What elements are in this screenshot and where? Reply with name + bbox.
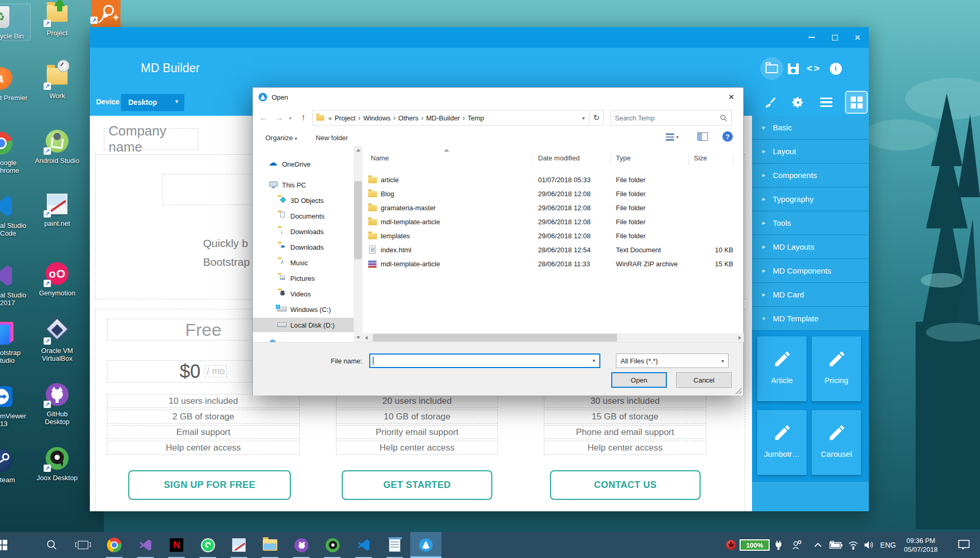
taskbar-joox[interactable] (317, 532, 348, 558)
file-row[interactable]: Blog 29/06/2018 12:08 File folder (363, 187, 738, 201)
column-header-type[interactable]: Type (616, 154, 689, 166)
desktop-icon-work[interactable]: ↗ Work (32, 64, 82, 100)
tray-battery[interactable] (829, 532, 843, 558)
tray-clock[interactable]: 09:36 PM 05/07/2018 (898, 532, 943, 558)
template-card-carousel[interactable]: Carousel (812, 410, 861, 475)
grid-view-button[interactable] (846, 92, 867, 113)
file-row[interactable]: mdl-template-article 29/06/2018 12:08 Fi… (363, 215, 738, 229)
desktop-icon-vs-code[interactable]: al Studio Code (0, 194, 30, 237)
plan-feature-block[interactable]: Email support (107, 425, 300, 439)
code-view-button[interactable]: <> (806, 60, 822, 77)
scrollbar-thumb[interactable] (373, 334, 617, 342)
file-row[interactable]: gramateria-master 29/06/2018 12:08 File … (363, 201, 738, 215)
maximize-button[interactable] (823, 27, 846, 48)
plan-feature-block[interactable]: Phone and email support (544, 425, 706, 439)
file-type-select[interactable]: All Files (*.*) ▾ (616, 353, 729, 368)
desktop-icon-paint-net[interactable]: ↗ paint.net (32, 192, 82, 227)
nav-item-partial[interactable] (253, 336, 354, 342)
taskbar-notepad[interactable] (379, 532, 410, 558)
taskbar-file-explorer[interactable] (254, 532, 286, 558)
settings-button[interactable] (791, 96, 804, 109)
close-button[interactable]: × (846, 27, 869, 48)
recent-locations-button[interactable]: ▾ (286, 110, 294, 126)
plan-feature-block[interactable]: 10 GB of storage (336, 410, 498, 424)
sidebar-section-layout[interactable]: ▸Layout (752, 140, 869, 164)
search-input[interactable] (611, 111, 717, 125)
sidebar-section-basic[interactable]: ▸Basic (752, 116, 869, 140)
desktop-icon-joox[interactable]: ↗ Joox Desktop (32, 446, 82, 482)
template-card-jumbotron[interactable]: Jumbotr… (757, 410, 807, 475)
organize-menu[interactable]: Organize ▾ (265, 134, 297, 142)
nav-pane-scrollbar[interactable] (354, 146, 363, 342)
tray-people[interactable] (790, 532, 804, 558)
desktop-icon-teamviewer[interactable]: mViewer 13 (0, 384, 30, 428)
desktop-icon-github-desktop[interactable]: ↗ GitHub Desktop (32, 382, 82, 426)
sidebar-section-md-card[interactable]: ▸MD Card (752, 283, 869, 307)
nav-item-downloads-2[interactable]: Downloads (253, 240, 354, 254)
nav-item-videos[interactable]: Videos (253, 287, 354, 301)
nav-item-local-disk-d[interactable]: Local Disk (D:) (253, 318, 354, 332)
plan-feature-block[interactable]: Help center access (544, 441, 706, 455)
tray-wifi[interactable] (847, 532, 860, 558)
help-button[interactable]: ? (722, 131, 733, 142)
refresh-button[interactable]: ↻ (589, 110, 604, 126)
open-button[interactable]: Open (611, 372, 667, 388)
breadcrumb-others[interactable]: Others (398, 114, 419, 122)
forward-button[interactable]: → (273, 110, 286, 126)
template-card-article[interactable]: Article (757, 336, 807, 401)
new-folder-button[interactable]: New folder (316, 134, 348, 142)
file-row[interactable]: mdl-template-article 28/06/2018 11:33 Wi… (363, 257, 738, 271)
breadcrumb-md-builder[interactable]: MD-Builder (426, 114, 460, 122)
column-header-modified[interactable]: Date modified (538, 154, 611, 166)
breadcrumb-project[interactable]: Project (334, 114, 355, 122)
nav-item-downloads[interactable]: ↓ Downloads (253, 224, 354, 239)
tray-hidden-icons[interactable] (811, 532, 825, 558)
task-view-button[interactable] (68, 532, 99, 558)
nav-item-windows-c[interactable]: Windows (C:) (253, 302, 354, 317)
menu-button[interactable] (820, 98, 833, 107)
desktop-icon-recycle-bin[interactable]: ♻ ycle Bin (0, 4, 30, 40)
tray-language[interactable]: ENG (878, 532, 898, 558)
device-select[interactable]: Desktop ▾ (121, 94, 184, 111)
search-box[interactable] (610, 110, 732, 126)
desktop-icon-visual-studio-2017[interactable]: al Studio 2017 (0, 263, 30, 307)
taskbar-netflix[interactable]: N (161, 532, 192, 558)
taskbar-github-desktop[interactable] (286, 532, 317, 558)
taskbar-md-builder[interactable] (410, 532, 441, 558)
desktop-icon-steam[interactable]: team (0, 448, 30, 484)
desktop-icon-project[interactable]: ↗ Project (32, 1, 82, 37)
brush-tool-button[interactable] (763, 96, 777, 109)
file-row[interactable]: templates 29/06/2018 12:08 File folder (363, 229, 738, 243)
file-row[interactable]: article 01/07/2018 05:33 File folder (363, 173, 738, 187)
plan-feature-block[interactable]: Help center access (107, 441, 300, 455)
nav-item-documents[interactable]: Documents (253, 209, 354, 223)
sidebar-section-tools[interactable]: ▸Tools (752, 211, 869, 235)
open-project-button[interactable] (763, 60, 780, 77)
plan-button[interactable]: GET STARTED (342, 470, 492, 500)
desktop-icon-android-studio[interactable]: ↗ Android Studio (32, 129, 82, 165)
nav-item-3d-objects[interactable]: 3D Objects (253, 193, 354, 208)
action-center-button[interactable] (955, 532, 973, 558)
up-button[interactable]: ↑ (297, 110, 310, 126)
taskbar-vs-code[interactable] (348, 532, 379, 558)
column-header-name[interactable]: Name (371, 154, 532, 166)
tray-battery-meter[interactable]: 100% (739, 532, 771, 558)
address-dropdown-icon[interactable]: ▾ (582, 115, 585, 121)
tray-plug[interactable] (772, 532, 785, 558)
sidebar-section-md-template[interactable]: ▾MD Template (752, 307, 869, 331)
desktop-icon-google-chrome[interactable]: oogle hrome (0, 131, 30, 174)
start-button[interactable] (0, 532, 18, 558)
dialog-close-button[interactable]: × (719, 88, 743, 106)
taskbar-whatsapp[interactable] (192, 532, 223, 558)
file-row[interactable]: index.html 28/06/2018 12:54 Text Documen… (363, 243, 738, 257)
plan-feature-block[interactable]: 10 users included (107, 394, 300, 408)
sidebar-section-md-components[interactable]: ▸MD Components (752, 259, 869, 283)
save-button[interactable] (785, 60, 801, 77)
company-name-block[interactable]: Company name (104, 128, 198, 150)
breadcrumb-windows[interactable]: Windows (363, 114, 391, 122)
info-button[interactable]: i (827, 60, 844, 77)
view-mode-button[interactable]: ▾ (666, 133, 679, 141)
plan-button[interactable]: CONTACT US (550, 470, 701, 500)
nav-item-music[interactable]: ♪ Music (253, 255, 354, 270)
desktop-icon-virtualbox[interactable]: ↗ Oracle VM VirtualBox (32, 319, 82, 362)
